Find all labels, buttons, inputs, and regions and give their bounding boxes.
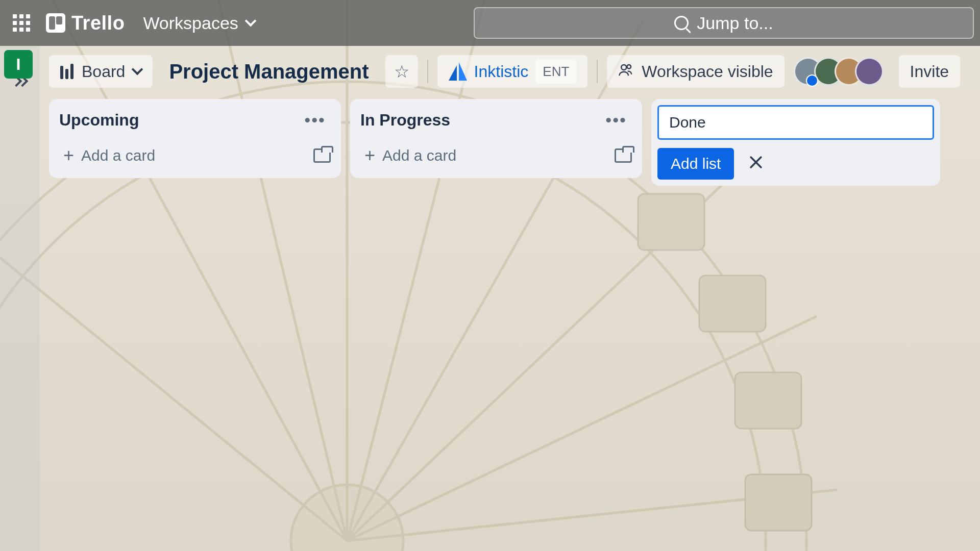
board-canvas: Upcoming ••• + Add a card In Progress ••… — [0, 97, 980, 196]
board-title[interactable]: Project Management — [162, 60, 376, 83]
divider — [427, 60, 428, 83]
org-name: Inktistic — [474, 62, 529, 81]
plus-icon: + — [364, 146, 375, 165]
invite-label: Invite — [910, 62, 949, 81]
board-header: Board Project Management ☆ Inktistic ENT… — [0, 46, 980, 97]
svg-point-16 — [622, 65, 627, 70]
list: Upcoming ••• + Add a card — [49, 99, 341, 178]
card-template-button[interactable] — [313, 148, 331, 163]
brand-name: Trello — [71, 12, 125, 34]
org-plan-badge: ENT — [535, 60, 576, 84]
view-switcher[interactable]: Board — [49, 55, 153, 88]
board-icon — [60, 64, 74, 79]
apps-grid-icon — [13, 14, 30, 32]
visibility-label: Workspace visible — [642, 62, 773, 81]
people-icon — [618, 62, 633, 81]
list-title[interactable]: Upcoming — [59, 111, 139, 130]
svg-rect-14 — [735, 372, 801, 429]
sidebar-collapsed — [0, 46, 40, 551]
svg-rect-13 — [699, 276, 766, 332]
add-card-button[interactable]: + Add a card — [360, 142, 615, 169]
list-menu-button[interactable]: ••• — [299, 108, 331, 132]
add-card-label: Add a card — [81, 147, 155, 164]
list: In Progress ••• + Add a card — [350, 99, 642, 178]
divider — [597, 60, 598, 83]
svg-rect-12 — [638, 194, 704, 250]
workspaces-dropdown[interactable]: Workspaces — [134, 8, 263, 38]
trello-logo-icon — [46, 13, 65, 33]
add-list-submit-button[interactable]: Add list — [657, 148, 734, 180]
close-composer-button[interactable] — [744, 150, 768, 178]
add-list-composer: Add list — [651, 99, 940, 186]
plus-icon: + — [63, 146, 74, 165]
star-board-button[interactable]: ☆ — [385, 55, 418, 88]
add-card-label: Add a card — [382, 147, 456, 164]
workspaces-label: Workspaces — [143, 13, 238, 33]
avatar[interactable] — [855, 57, 884, 86]
svg-rect-15 — [745, 474, 812, 531]
new-list-title-input[interactable] — [657, 105, 934, 140]
list-menu-button[interactable]: ••• — [600, 108, 632, 132]
chevron-down-icon — [244, 15, 256, 27]
board-members[interactable] — [794, 57, 884, 86]
invite-button[interactable]: Invite — [899, 55, 960, 88]
atlassian-icon — [449, 62, 467, 81]
workspace-initial: I — [16, 55, 21, 74]
list-title[interactable]: In Progress — [360, 111, 450, 130]
view-label: Board — [82, 62, 125, 81]
close-icon — [747, 154, 765, 171]
search-icon — [674, 16, 689, 30]
add-card-button[interactable]: + Add a card — [59, 142, 313, 169]
card-template-button[interactable] — [615, 148, 632, 163]
top-nav: Trello Workspaces Jump to... — [0, 0, 980, 46]
org-link[interactable]: Inktistic ENT — [437, 55, 588, 88]
search-input[interactable]: Jump to... — [474, 7, 974, 39]
trello-logo[interactable]: Trello — [46, 12, 125, 34]
chevron-down-icon — [132, 64, 143, 76]
apps-menu-button[interactable] — [6, 8, 37, 38]
svg-point-17 — [627, 65, 631, 69]
search-placeholder: Jump to... — [697, 13, 773, 33]
visibility-button[interactable]: Workspace visible — [607, 55, 784, 88]
workspace-badge[interactable]: I — [4, 50, 33, 79]
star-icon: ☆ — [394, 61, 409, 82]
